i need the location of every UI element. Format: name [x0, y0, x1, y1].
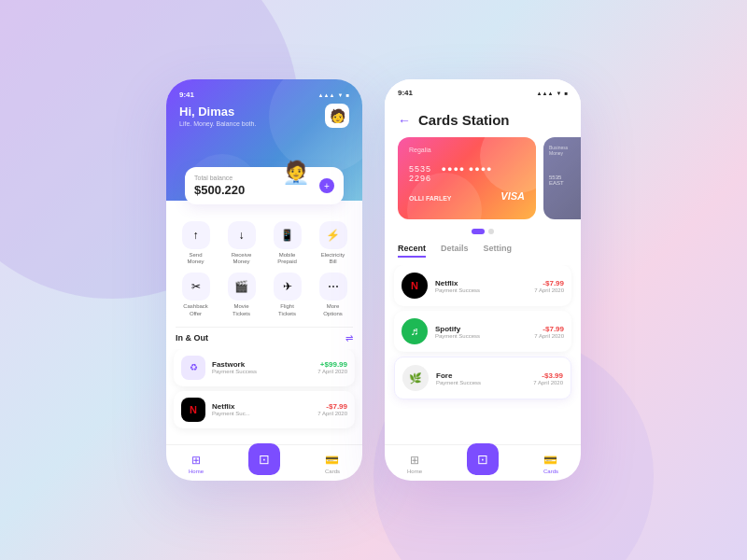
fastwork-icon: ♻: [181, 356, 205, 380]
tx-name: Netflix: [212, 402, 311, 411]
card-carousel[interactable]: Regalia 5535 ●●●● ●●●● 2296 OLLI FARLEY …: [385, 137, 581, 219]
tabs-row: Recent Details Setting: [385, 244, 581, 258]
action-send-money[interactable]: ↑ SendMoney: [176, 221, 216, 265]
divider: [176, 327, 353, 328]
right-phone: 9:41 ▲▲▲ ▼ ■ ← Cards Station Regalia 553…: [385, 79, 581, 481]
action-cashback[interactable]: ✂ CashbackOffer: [176, 273, 216, 316]
tab-recent[interactable]: Recent: [398, 244, 426, 258]
credit-card-secondary[interactable]: BusinessMoney 5535 EAST: [543, 137, 581, 219]
camera-button[interactable]: ⊡: [467, 443, 499, 475]
table-row[interactable]: ♻ Fastwork Payment Success +$99.99 7 Apr…: [174, 349, 355, 386]
cashback-icon: ✂: [182, 273, 210, 301]
filter-icon[interactable]: ⇌: [345, 333, 353, 343]
card-type: VISA: [500, 190, 525, 202]
camera-icon: ⊡: [477, 452, 488, 467]
balance-card: Total balance $500.220 + 🧑‍💼: [185, 167, 344, 204]
electricity-icon: ⚡: [319, 221, 347, 249]
list-item[interactable]: N Netflix Payment Success -$7.99 7 April…: [394, 265, 571, 306]
home-icon: ⊞: [191, 454, 201, 467]
status-icons: ▲▲▲ ▼ ■: [537, 91, 568, 96]
tab-details[interactable]: Details: [441, 244, 469, 258]
receive-money-icon: ↓: [228, 221, 256, 249]
spotify-icon: ♬: [402, 318, 428, 344]
fore-icon: 🌿: [402, 365, 429, 391]
netflix-icon: N: [181, 398, 205, 422]
action-receive-money[interactable]: ↓ ReceiveMoney: [221, 221, 261, 265]
credit-card-primary[interactable]: Regalia 5535 ●●●● ●●●● 2296 OLLI FARLEY …: [398, 137, 536, 219]
quick-actions-row2: ✂ CashbackOffer 🎬 MovieTickets ✈ FlightT…: [166, 269, 362, 320]
quick-actions: ↑ SendMoney ↓ ReceiveMoney 📱 MobilePrepa…: [166, 212, 362, 269]
action-label: ReceiveMoney: [232, 252, 252, 265]
action-label: MobilePrepaid: [277, 252, 297, 265]
nav-label: Cards: [543, 469, 558, 474]
tx-amount: -$7.99: [534, 325, 564, 333]
tx-name: Fore: [436, 371, 526, 380]
in-out-header: In & Out ⇌: [166, 333, 362, 343]
card-number: 5535 ●●●● ●●●● 2296: [409, 164, 525, 183]
nav-camera[interactable]: ⊡: [248, 453, 280, 475]
send-money-icon: ↑: [182, 221, 210, 249]
nav-cards-right[interactable]: 💳 Cards: [543, 454, 558, 474]
mini-brand: BusinessMoney: [549, 145, 581, 156]
movie-icon: 🎬: [228, 273, 256, 301]
cards-header: ← Cards Station: [385, 106, 581, 137]
back-button[interactable]: ←: [398, 113, 411, 128]
cards-icon: 💳: [543, 454, 557, 467]
tab-setting[interactable]: Setting: [484, 244, 513, 258]
action-label: MoreOptions: [323, 303, 343, 316]
table-row[interactable]: N Netflix Payment Suc... -$7.99 7 April …: [174, 391, 355, 428]
action-label: MovieTickets: [233, 303, 250, 316]
greeting: Hi, Dimas: [179, 105, 349, 119]
camera-icon: ⊡: [259, 452, 270, 467]
tx-status: Payment Success: [435, 333, 527, 339]
cards-icon: 💳: [325, 454, 339, 467]
action-movie[interactable]: 🎬 MovieTickets: [221, 273, 261, 316]
add-balance-button[interactable]: +: [319, 178, 334, 193]
tx-status: Payment Suc...: [212, 411, 311, 416]
netflix-icon: N: [402, 273, 428, 299]
nav-camera-right[interactable]: ⊡: [467, 453, 499, 475]
nav-cards[interactable]: 💳 Cards: [325, 454, 340, 474]
carousel-dots: [385, 229, 581, 234]
camera-button[interactable]: ⊡: [248, 443, 280, 475]
home-icon: ⊞: [410, 454, 419, 467]
tx-name: Spotify: [435, 325, 527, 333]
tx-amount: -$7.99: [317, 402, 347, 411]
tx-date: 7 April 2020: [317, 369, 347, 374]
status-bar: 9:41 ▲▲▲ ▼ ■: [398, 89, 568, 97]
status-bar-right: 9:41 ▲▲▲ ▼ ■: [385, 79, 581, 106]
mobile-prepaid-icon: 📱: [274, 221, 302, 249]
nav-home-right[interactable]: ⊞ Home: [407, 454, 422, 474]
recent-list: N Netflix Payment Success -$7.99 7 April…: [385, 265, 581, 444]
action-mobile-prepaid[interactable]: 📱 MobilePrepaid: [267, 221, 307, 265]
nav-label: Home: [189, 469, 204, 474]
list-item[interactable]: 🌿 Fore Payment Success -$3.99 7 April 20…: [394, 357, 571, 399]
dot-2[interactable]: [488, 229, 494, 234]
tx-status: Payment Success: [212, 369, 311, 374]
tx-date: 7 April 2020: [317, 411, 347, 416]
in-out-title: In & Out: [176, 333, 208, 343]
nav-home[interactable]: ⊞ Home: [189, 454, 204, 474]
time-right: 9:41: [398, 89, 413, 97]
tx-date: 7 April 2020: [533, 380, 563, 385]
action-electricity[interactable]: ⚡ ElectricityBill: [313, 221, 353, 265]
action-label: SendMoney: [187, 252, 204, 265]
action-label: ElectricityBill: [321, 252, 345, 265]
illustration: 🧑‍💼: [282, 160, 310, 186]
tx-date: 7 April 2020: [534, 333, 564, 339]
action-flight[interactable]: ✈ FlightTickets: [267, 273, 307, 316]
tx-amount: -$7.99: [534, 279, 564, 287]
action-label: FlightTickets: [278, 303, 296, 316]
more-icon: ⋯: [319, 273, 347, 301]
tx-amount: -$3.99: [533, 371, 563, 380]
transaction-list: ♻ Fastwork Payment Success +$99.99 7 Apr…: [166, 349, 362, 444]
page-title: Cards Station: [418, 112, 510, 128]
list-item[interactable]: ♬ Spotify Payment Success -$7.99 7 April…: [394, 311, 571, 352]
bottom-nav-right: ⊞ Home ⊡ 💳 Cards: [385, 444, 581, 481]
dot-1[interactable]: [472, 229, 485, 234]
action-more[interactable]: ⋯ MoreOptions: [313, 273, 353, 316]
tx-status: Payment Success: [436, 380, 526, 385]
status-bar-left: 9:41 ▲▲▲ ▼ ■: [179, 91, 349, 99]
left-phone: 9:41 ▲▲▲ ▼ ■ Hi, Dimas Life. Money. Bala…: [166, 79, 362, 481]
greeting-subtitle: Life. Money. Balance both.: [179, 120, 349, 127]
